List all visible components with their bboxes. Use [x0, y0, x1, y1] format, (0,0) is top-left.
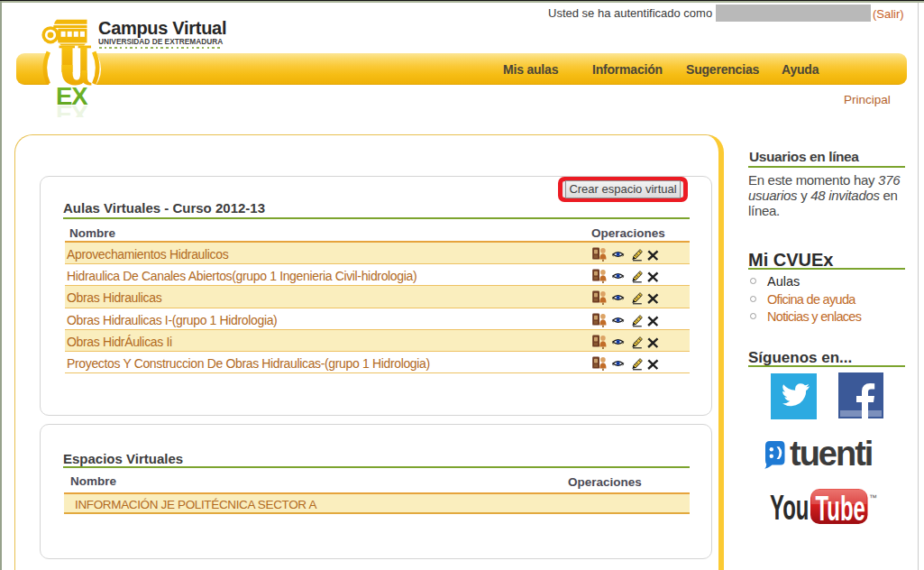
svg-text:tuenti: tuenti	[790, 436, 872, 469]
svg-text:Tube: Tube	[816, 489, 865, 528]
svg-text:EX: EX	[56, 100, 88, 117]
svg-text:You: You	[770, 488, 809, 527]
svg-text:™: ™	[869, 493, 877, 502]
